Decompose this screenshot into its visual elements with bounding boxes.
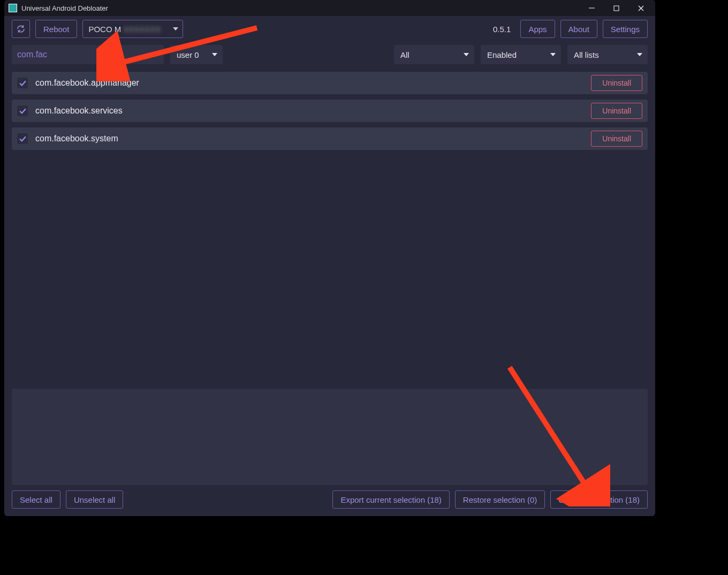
filter-list-select[interactable]: All lists <box>567 45 648 64</box>
minimize-button[interactable] <box>579 0 604 16</box>
maximize-button[interactable] <box>604 0 628 16</box>
uninstall-selection-button[interactable]: Uninstall selection (18) <box>550 490 648 509</box>
about-button[interactable]: About <box>560 20 597 38</box>
toolbar: Reboot POCO M XXXXXXX 0.5.1 Apps About S… <box>4 16 655 42</box>
check-icon <box>19 135 26 142</box>
chevron-down-icon <box>637 53 642 56</box>
uninstall-button[interactable]: Uninstall <box>591 103 642 119</box>
unselect-all-button[interactable]: Unselect all <box>66 490 124 509</box>
uninstall-button[interactable]: Uninstall <box>591 75 642 91</box>
user-select[interactable]: user 0 <box>170 45 223 64</box>
package-name: com.facebook.system <box>35 134 583 143</box>
checkbox[interactable] <box>17 78 28 88</box>
refresh-icon <box>16 24 26 34</box>
check-icon <box>19 80 26 87</box>
apps-button[interactable]: Apps <box>520 20 555 38</box>
filter-bar: user 0 All Enabled All lists <box>4 42 655 67</box>
checkbox[interactable] <box>17 105 28 116</box>
uninstall-button[interactable]: Uninstall <box>591 131 642 147</box>
package-row[interactable]: com.facebook.services Uninstall <box>12 100 648 122</box>
chevron-down-icon <box>550 53 556 56</box>
titlebar: Universal Android Debloater <box>4 0 655 16</box>
check-icon <box>19 108 26 115</box>
package-row[interactable]: com.facebook.system Uninstall <box>12 127 648 150</box>
window-title: Universal Android Debloater <box>21 4 108 12</box>
version-label: 0.5.1 <box>493 25 511 34</box>
filter-all-select[interactable]: All <box>394 45 474 64</box>
info-panel <box>12 389 648 485</box>
bottom-bar: Select all Unselect all Export current s… <box>4 485 655 516</box>
refresh-button[interactable] <box>12 20 30 38</box>
restore-selection-button[interactable]: Restore selection (0) <box>455 490 545 509</box>
chevron-down-icon <box>173 27 178 31</box>
device-name-prefix: POCO M <box>88 25 121 34</box>
filter-state-select[interactable]: Enabled <box>481 45 561 64</box>
app-icon <box>9 4 17 12</box>
close-button[interactable] <box>628 0 653 16</box>
package-name: com.facebook.appmanager <box>35 78 583 88</box>
package-list: com.facebook.appmanager Uninstall com.fa… <box>4 67 655 154</box>
settings-button[interactable]: Settings <box>603 20 648 38</box>
svg-rect-0 <box>614 6 619 11</box>
package-row[interactable]: com.facebook.appmanager Uninstall <box>12 72 648 94</box>
device-select[interactable]: POCO M XXXXXXX <box>82 20 183 38</box>
chevron-down-icon <box>464 53 469 56</box>
checkbox[interactable] <box>17 133 28 144</box>
package-name: com.facebook.services <box>35 106 583 116</box>
device-name-blurred: XXXXXXX <box>121 25 161 34</box>
select-all-button[interactable]: Select all <box>12 490 60 509</box>
app-window: Universal Android Debloater Reboot POCO … <box>4 0 655 516</box>
reboot-button[interactable]: Reboot <box>35 20 77 38</box>
search-input[interactable] <box>12 45 164 64</box>
export-selection-button[interactable]: Export current selection (18) <box>332 490 449 509</box>
chevron-down-icon <box>212 53 217 56</box>
